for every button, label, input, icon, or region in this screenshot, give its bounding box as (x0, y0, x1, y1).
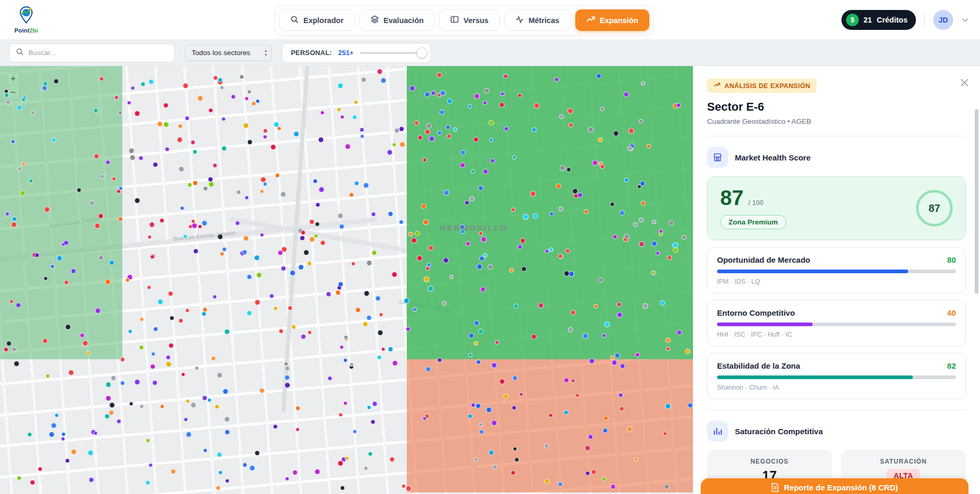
business-dot[interactable] (381, 347, 385, 351)
business-dot[interactable] (372, 250, 377, 255)
business-dot[interactable] (387, 149, 393, 155)
business-dot[interactable] (364, 291, 370, 296)
business-dot[interactable] (166, 355, 171, 360)
business-dot[interactable] (54, 79, 59, 84)
business-dot[interactable] (65, 324, 71, 330)
business-dot[interactable] (187, 182, 192, 187)
business-dot[interactable] (344, 335, 348, 339)
business-dot[interactable] (533, 213, 538, 219)
business-dot[interactable] (213, 76, 218, 80)
business-dot[interactable] (61, 432, 66, 436)
business-dot[interactable] (460, 150, 466, 155)
business-dot[interactable] (474, 457, 478, 461)
business-dot[interactable] (449, 275, 454, 279)
business-dot[interactable] (50, 264, 55, 269)
business-dot[interactable] (71, 269, 76, 274)
business-dot[interactable] (418, 135, 423, 140)
business-dot[interactable] (468, 104, 472, 109)
business-dot[interactable] (86, 351, 90, 355)
business-dot[interactable] (61, 437, 65, 441)
business-dot[interactable] (307, 261, 312, 266)
business-dot[interactable] (260, 189, 264, 194)
business-dot[interactable] (184, 417, 188, 422)
business-dot[interactable] (130, 155, 135, 160)
business-dot[interactable] (669, 220, 674, 225)
business-dot[interactable] (338, 282, 343, 287)
business-dot[interactable] (343, 358, 347, 362)
business-dot[interactable] (152, 380, 157, 385)
business-dot[interactable] (620, 363, 625, 369)
business-dot[interactable] (193, 149, 197, 154)
business-dot[interactable] (46, 374, 50, 378)
business-dot[interactable] (473, 137, 479, 142)
business-dot[interactable] (120, 357, 125, 362)
business-dot[interactable] (425, 92, 430, 97)
business-dot[interactable] (254, 255, 260, 261)
business-dot[interactable] (603, 428, 608, 433)
business-dot[interactable] (554, 77, 559, 82)
business-dot[interactable] (57, 255, 62, 261)
business-dot[interactable] (269, 294, 274, 298)
sector-select[interactable]: Todos los sectores ▲▼ (185, 45, 272, 61)
business-dot[interactable] (532, 127, 536, 132)
business-dot[interactable] (588, 127, 594, 133)
business-dot[interactable] (518, 93, 522, 98)
business-dot[interactable] (93, 108, 98, 113)
business-dot[interactable] (301, 230, 305, 235)
business-dot[interactable] (624, 178, 629, 182)
business-dot[interactable] (291, 325, 296, 329)
business-dot[interactable] (163, 103, 168, 108)
business-dot[interactable] (368, 452, 373, 456)
business-dot[interactable] (168, 291, 173, 296)
business-dot[interactable] (519, 392, 523, 396)
business-dot[interactable] (290, 270, 296, 276)
business-dot[interactable] (594, 304, 598, 308)
business-dot[interactable] (270, 144, 276, 150)
business-dot[interactable] (640, 181, 645, 186)
tab-expansion-active[interactable]: Expansión (575, 9, 649, 31)
business-dot[interactable] (129, 402, 133, 406)
business-dot[interactable] (343, 401, 347, 405)
tab-explorador[interactable]: Explorador (279, 9, 355, 31)
business-dot[interactable] (109, 402, 115, 408)
business-dot[interactable] (474, 341, 478, 346)
business-dot[interactable] (549, 413, 553, 417)
business-dot[interactable] (659, 229, 663, 233)
business-dot[interactable] (217, 372, 223, 378)
business-dot[interactable] (259, 388, 265, 393)
business-dot[interactable] (160, 404, 164, 409)
business-dot[interactable] (641, 201, 646, 206)
business-dot[interactable] (168, 343, 174, 348)
business-dot[interactable] (499, 102, 504, 108)
business-dot[interactable] (413, 307, 417, 312)
business-dot[interactable] (476, 403, 481, 409)
business-dot[interactable] (641, 81, 645, 85)
business-dot[interactable] (667, 255, 672, 260)
business-dot[interactable] (596, 73, 602, 79)
business-dot[interactable] (217, 452, 222, 457)
business-dot[interactable] (568, 123, 573, 127)
business-dot[interactable] (545, 249, 549, 253)
personal-slider[interactable] (360, 52, 422, 54)
slider-thumb[interactable] (416, 47, 427, 58)
business-dot[interactable] (663, 432, 667, 436)
business-dot[interactable] (203, 448, 207, 453)
business-dot[interactable] (558, 482, 563, 487)
business-dot[interactable] (513, 304, 518, 308)
business-dot[interactable] (14, 361, 19, 367)
business-dot[interactable] (109, 260, 114, 265)
business-dot[interactable] (149, 79, 154, 84)
business-dot[interactable] (550, 212, 554, 216)
business-dot[interactable] (633, 222, 638, 227)
business-dot[interactable] (600, 107, 604, 111)
business-dot[interactable] (568, 271, 574, 277)
business-dot[interactable] (314, 469, 320, 475)
business-dot[interactable] (296, 427, 300, 432)
business-dot[interactable] (186, 432, 192, 437)
business-dot[interactable] (89, 477, 94, 482)
business-dot[interactable] (499, 379, 505, 384)
business-dot[interactable] (314, 234, 318, 238)
business-dot[interactable] (208, 108, 213, 113)
business-dot[interactable] (222, 117, 226, 121)
business-dot[interactable] (165, 147, 170, 152)
